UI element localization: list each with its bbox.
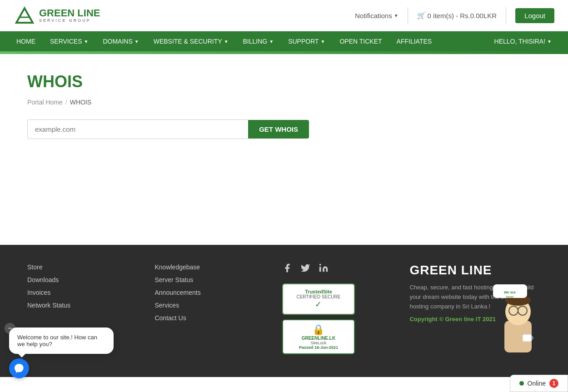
support-chevron-icon: ▼	[321, 39, 325, 44]
header-divider2	[506, 7, 506, 24]
facebook-icon[interactable]	[282, 263, 292, 275]
footer-col-3: TrustedSite CERTIFIED SECURE ✓ 🔒 GREENLI…	[282, 263, 391, 354]
breadcrumb-separator: /	[65, 99, 67, 106]
list-item: Invoices	[27, 288, 136, 297]
footer-social	[282, 263, 391, 275]
header-divider	[408, 7, 408, 24]
footer-link-downloads[interactable]: Downloads	[27, 276, 59, 283]
nav-user[interactable]: HELLO, THISIRA! ▼	[487, 31, 559, 51]
breadcrumb: Portal Home / WHOIS	[27, 99, 541, 106]
footer-link-server-status[interactable]: Server Status	[154, 276, 193, 283]
nav-affiliates[interactable]: AFFILIATES	[389, 31, 439, 51]
notifications-button[interactable]: Notifications ▼	[355, 12, 399, 20]
services-chevron-icon: ▼	[84, 39, 89, 44]
footer-link-announcements[interactable]: Announcements	[154, 289, 200, 296]
breadcrumb-current: WHOIS	[70, 99, 91, 106]
footer-col-2: Knowledgebase Server Status Announcement…	[154, 263, 264, 354]
footer-col2-links: Knowledgebase Server Status Announcement…	[154, 263, 264, 322]
website-security-chevron-icon: ▼	[224, 39, 229, 44]
footer-link-network-status[interactable]: Network Status	[27, 302, 70, 309]
cart-button[interactable]: 🛒 0 item(s) - Rs.0.00LKR	[417, 11, 497, 20]
trusted-title: TrustedSite	[289, 289, 348, 294]
online-badge: Online 1	[510, 375, 568, 377]
footer-link-invoices[interactable]: Invoices	[27, 289, 50, 296]
chat-bubble: Welcome to our site.! How can we help yo…	[9, 327, 114, 354]
greenlock-sub: SiteLock	[289, 341, 348, 345]
greenlock-passed: Passed 16-Jun-2021	[289, 345, 348, 350]
messenger-icon	[14, 363, 25, 374]
cart-label: 0 item(s) - Rs.0.00LKR	[428, 12, 497, 20]
footer-link-contact-us[interactable]: Contact Us	[154, 314, 186, 322]
logo-icon	[14, 5, 35, 26]
list-item: Services	[154, 301, 264, 309]
svg-text:Here!: Here!	[506, 295, 513, 298]
logo-main-text: GREEN LINE	[39, 8, 100, 18]
logo-area: GREEN LINE SERVICE GROUP	[14, 5, 100, 26]
header-right: Notifications ▼ 🛒 0 item(s) - Rs.0.00LKR…	[355, 7, 554, 24]
whois-input[interactable]	[27, 119, 248, 139]
domains-chevron-icon: ▼	[135, 39, 139, 44]
trusted-sub: CERTIFIED SECURE	[289, 294, 348, 299]
svg-point-2	[319, 264, 321, 266]
trusted-site-badge: TrustedSite CERTIFIED SECURE ✓	[282, 283, 355, 315]
nav-website-security[interactable]: WEBSITE & SECURITY ▼	[146, 31, 236, 51]
nav-home[interactable]: HOME	[9, 31, 43, 51]
footer-avatar: We are Here!	[491, 280, 545, 363]
notifications-label: Notifications	[355, 12, 392, 20]
twitter-icon[interactable]	[300, 263, 310, 275]
nav-domains[interactable]: DOMAINS ▼	[95, 31, 146, 51]
nav-support[interactable]: SUPPORT ▼	[281, 31, 332, 51]
nav-billing[interactable]: BILLING ▼	[236, 31, 281, 51]
page-title: WHOIS	[27, 72, 541, 91]
get-whois-button[interactable]: GET WHOIS	[248, 120, 309, 139]
footer-link-services[interactable]: Services	[154, 302, 179, 309]
navbar: HOME SERVICES ▼ DOMAINS ▼ WEBSITE & SECU…	[0, 31, 568, 51]
user-chevron-icon: ▼	[547, 39, 552, 44]
nav-services[interactable]: SERVICES ▼	[43, 31, 95, 51]
lock-icon: 🔒	[289, 324, 348, 336]
list-item: Knowledgebase	[154, 263, 264, 271]
chat-bubble-container: − Welcome to our site.! How can we help …	[9, 327, 114, 358]
main-content: WHOIS Portal Home / WHOIS GET WHOIS	[0, 54, 568, 245]
logout-label: Logout	[524, 12, 545, 20]
logout-button[interactable]: Logout	[515, 8, 554, 23]
list-item: Network Status	[27, 301, 136, 309]
cart-icon: 🛒	[417, 11, 426, 20]
list-item: Contact Us	[154, 314, 264, 322]
greenlock-badge: 🔒 GREENLINE.LK SiteLock Passed 16-Jun-20…	[282, 319, 355, 354]
footer-link-store[interactable]: Store	[27, 263, 42, 271]
greenlock-title: GREENLINE.LK	[289, 336, 348, 341]
list-item: Downloads	[27, 276, 136, 284]
nav-open-ticket[interactable]: OPEN TICKET	[332, 31, 389, 51]
linkedin-icon[interactable]	[319, 263, 329, 275]
list-item: Store	[27, 263, 136, 271]
footer-link-knowledgebase[interactable]: Knowledgebase	[154, 263, 200, 271]
footer-badges: TrustedSite CERTIFIED SECURE ✓ 🔒 GREENLI…	[282, 283, 391, 354]
footer-col1-links: Store Downloads Invoices Network Status	[27, 263, 136, 309]
list-item: Announcements	[154, 288, 264, 297]
svg-rect-9	[523, 334, 532, 342]
footer-brand-logo: GREEN LINE	[409, 263, 541, 278]
breadcrumb-home[interactable]: Portal Home	[27, 99, 63, 106]
avatar-svg: We are Here!	[491, 280, 545, 362]
notifications-chevron-icon: ▼	[394, 13, 399, 18]
whois-form: GET WHOIS	[27, 119, 309, 139]
chat-toggle-button[interactable]	[9, 358, 29, 377]
billing-chevron-icon: ▼	[269, 39, 274, 44]
svg-text:We are: We are	[504, 290, 516, 294]
logo-sub-text: SERVICE GROUP	[39, 18, 100, 23]
header: GREEN LINE SERVICE GROUP Notifications ▼…	[0, 0, 568, 31]
list-item: Server Status	[154, 276, 264, 284]
chat-widget: − Welcome to our site.! How can we help …	[9, 327, 114, 377]
svg-marker-0	[16, 8, 33, 23]
